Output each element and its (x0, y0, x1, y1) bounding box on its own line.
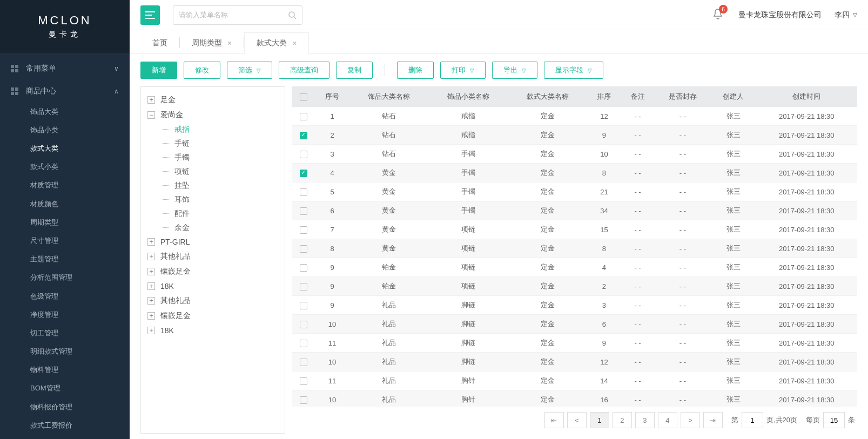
tree-leaf[interactable]: 配件 (159, 207, 278, 221)
expand-icon[interactable]: + (147, 253, 155, 260)
sidebar-item[interactable]: 物料管理 (0, 361, 130, 379)
copy-button[interactable]: 复制 (336, 62, 373, 79)
table-row[interactable]: 4黄金手镯定金8- -- -张三2017-09-21 18:30 (292, 164, 857, 183)
tree-node[interactable]: +足金 (147, 92, 278, 107)
search-input[interactable] (179, 11, 288, 19)
row-checkbox[interactable] (300, 264, 307, 272)
column-header[interactable]: 序号 (315, 86, 349, 107)
table-row[interactable]: 3钻石手镯定金10- -- -张三2017-09-21 18:30 (292, 145, 857, 164)
tree-leaf[interactable]: 项链 (159, 165, 278, 179)
page-input[interactable] (742, 412, 763, 428)
expand-icon[interactable]: + (147, 96, 155, 104)
column-header[interactable]: 饰品大类名称 (349, 86, 428, 107)
row-checkbox[interactable] (300, 396, 307, 404)
search-icon[interactable] (288, 11, 297, 19)
sidebar-item[interactable]: 明细款式管理 (0, 342, 130, 361)
tree-node[interactable]: +18K (147, 279, 278, 293)
perpage-input[interactable] (823, 412, 845, 428)
tree-leaf[interactable]: 耳饰 (159, 193, 278, 207)
sidebar-item[interactable]: 物料报价管理 (0, 398, 130, 416)
expand-icon[interactable]: + (147, 282, 155, 290)
tree-leaf[interactable]: 余金 (159, 221, 278, 235)
page-button[interactable]: 1 (590, 412, 609, 428)
tree-leaf[interactable]: 挂坠 (159, 179, 278, 193)
row-checkbox[interactable] (300, 245, 307, 253)
tree-node[interactable]: +18K (147, 323, 278, 337)
adv-search-button[interactable]: 高级查询 (279, 62, 329, 79)
prev-page-button[interactable]: < (567, 412, 587, 428)
expand-icon[interactable]: + (147, 238, 155, 246)
filter-button[interactable]: 筛选▽ (227, 62, 272, 79)
expand-icon[interactable]: + (147, 268, 155, 275)
sidebar-item[interactable]: 尺寸管理 (0, 232, 130, 250)
sidebar-item[interactable]: 切工管理 (0, 324, 130, 342)
sidebar-item[interactable]: 款式小类 (0, 158, 130, 176)
page-button[interactable]: 4 (658, 412, 677, 428)
table-row[interactable]: 8黄金项链定金8- -- -张三2017-09-21 18:30 (292, 239, 857, 258)
row-checkbox[interactable] (300, 132, 307, 139)
sidebar-item[interactable]: 分析范围管理 (0, 268, 130, 287)
nav-group-1[interactable]: 商品中心∧ (0, 80, 130, 103)
column-header[interactable]: 创建时间 (756, 86, 857, 107)
delete-button[interactable]: 删除 (397, 62, 434, 79)
collapse-icon[interactable]: − (147, 111, 155, 119)
row-checkbox[interactable] (300, 151, 307, 158)
column-header[interactable]: 创建人 (711, 86, 756, 107)
table-row[interactable]: 10礼品胸针定金16- -- -张三2017-09-21 18:30 (292, 390, 857, 407)
select-all-checkbox[interactable] (300, 93, 307, 101)
notification-button[interactable]: 6 (712, 8, 723, 22)
table-row[interactable]: 9铂金项链定金4- -- -张三2017-09-21 18:30 (292, 258, 857, 277)
next-page-button[interactable]: > (681, 412, 700, 428)
edit-button[interactable]: 修改 (184, 62, 220, 79)
sidebar-item[interactable]: 色级管理 (0, 287, 130, 306)
tree-node[interactable]: +其他礼品 (147, 293, 278, 308)
column-header[interactable]: 备注 (621, 86, 655, 107)
column-header[interactable]: 饰品小类名称 (428, 86, 508, 107)
export-button[interactable]: 导出▽ (492, 62, 537, 79)
sidebar-item[interactable]: 饰品大类 (0, 103, 130, 121)
tab[interactable]: 周期类型× (180, 33, 244, 53)
tab[interactable]: 首页 (140, 33, 179, 53)
sidebar-item[interactable]: 净度管理 (0, 306, 130, 324)
row-checkbox[interactable] (300, 321, 307, 328)
table-row[interactable]: 2钻石戒指定金9- -- -张三2017-09-21 18:30 (292, 126, 857, 145)
user-dropdown[interactable]: 李四 ▽ (835, 10, 857, 20)
table-row[interactable]: 9礼品脚链定金3- -- -张三2017-09-21 18:30 (292, 296, 857, 315)
sidebar-item[interactable]: BOM管理 (0, 379, 130, 397)
row-checkbox[interactable] (300, 283, 307, 291)
tree-leaf[interactable]: 手链 (159, 137, 278, 151)
new-button[interactable]: 新增 (140, 62, 177, 79)
nav-group-0[interactable]: 常用菜单∨ (0, 57, 130, 80)
expand-icon[interactable]: + (147, 297, 155, 305)
expand-icon[interactable]: + (147, 327, 155, 334)
sidebar-item[interactable]: 饰品小类 (0, 121, 130, 139)
sidebar-item[interactable]: 周期类型 (0, 213, 130, 232)
tree-leaf[interactable]: 手镯 (159, 151, 278, 165)
close-icon[interactable]: × (292, 39, 297, 48)
tree-leaf[interactable]: 戒指 (159, 123, 278, 137)
table-row[interactable]: 7黄金项链定金15- -- -张三2017-09-21 18:30 (292, 220, 857, 239)
tree-node[interactable]: +其他礼品 (147, 249, 278, 264)
row-checkbox[interactable] (300, 302, 307, 309)
sidebar-item[interactable]: 材质管理 (0, 176, 130, 194)
column-header[interactable]: 是否封存 (655, 86, 711, 107)
row-checkbox[interactable] (300, 226, 307, 234)
row-checkbox[interactable] (300, 188, 307, 196)
page-button[interactable]: 2 (613, 412, 632, 428)
tab[interactable]: 款式大类× (244, 32, 309, 54)
page-button[interactable]: 3 (635, 412, 655, 428)
row-checkbox[interactable] (300, 113, 307, 120)
sidebar-item[interactable]: 材质颜色 (0, 195, 130, 213)
last-page-button[interactable]: ⇥ (703, 412, 723, 428)
expand-icon[interactable]: + (147, 312, 155, 320)
table-row[interactable]: 11礼品胸针定金14- -- -张三2017-09-21 18:30 (292, 372, 857, 390)
table-row[interactable]: 10礼品脚链定金6- -- -张三2017-09-21 18:30 (292, 315, 857, 334)
table-row[interactable]: 11礼品脚链定金9- -- -张三2017-09-21 18:30 (292, 334, 857, 353)
table-row[interactable]: 9铂金项链定金2- -- -张三2017-09-21 18:30 (292, 277, 857, 296)
table-row[interactable]: 5黄金手镯定金21- -- -张三2017-09-21 18:30 (292, 183, 857, 201)
row-checkbox[interactable] (300, 170, 307, 177)
column-header[interactable]: 排序 (587, 86, 621, 107)
tree-node[interactable]: +镶嵌足金 (147, 264, 278, 279)
table-row[interactable]: 10礼品脚链定金12- -- -张三2017-09-21 18:30 (292, 353, 857, 372)
table-row[interactable]: 6黄金手镯定金34- -- -张三2017-09-21 18:30 (292, 201, 857, 220)
